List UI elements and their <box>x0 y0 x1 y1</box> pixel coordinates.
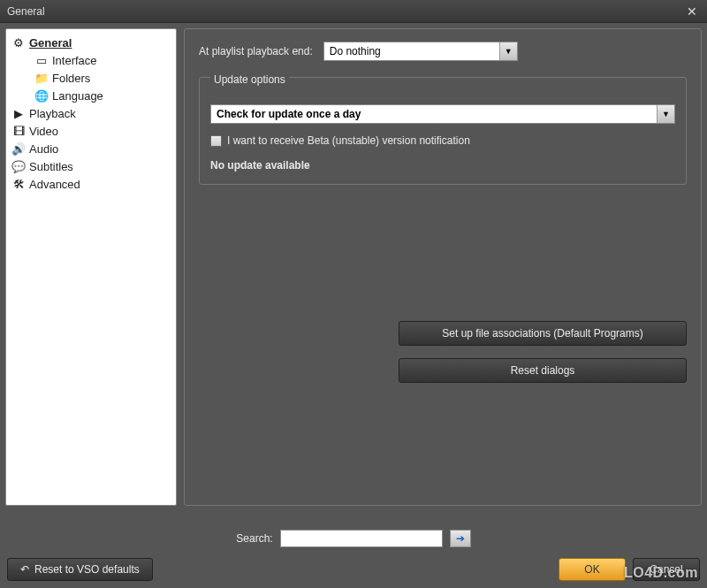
tree-item-general[interactable]: ⚙ General <box>10 34 172 52</box>
tree-label: General <box>29 35 72 51</box>
window-icon: ▭ <box>34 54 49 68</box>
caption-icon: 💬 <box>11 160 26 174</box>
playlist-end-row: At playlist playback end: Do nothing ▼ <box>199 42 687 61</box>
ok-button[interactable]: OK <box>559 558 626 581</box>
beta-label: I want to receive Beta (unstable) versio… <box>227 134 470 147</box>
beta-checkbox-row[interactable]: I want to receive Beta (unstable) versio… <box>210 134 675 147</box>
film-icon: 🎞 <box>11 125 26 139</box>
spacer <box>199 185 687 309</box>
update-status: No update available <box>210 159 675 172</box>
update-frequency-combo[interactable]: Check for update once a day ▼ <box>210 104 675 124</box>
category-tree: ⚙ General ▭ Interface 📁 Folders 🌐 Langua… <box>5 28 177 506</box>
dialog-body: ⚙ General ▭ Interface 📁 Folders 🌐 Langua… <box>0 23 707 521</box>
dialog-footer: ↶ Reset to VSO defaults OK Cancel <box>0 554 707 588</box>
tree-label: Interface <box>52 53 97 69</box>
playlist-end-combo[interactable]: Do nothing ▼ <box>323 42 518 61</box>
settings-window: General ✕ ⚙ General ▭ Interface 📁 Folder… <box>0 0 707 588</box>
tree-item-subtitles[interactable]: 💬 Subtitles <box>10 158 172 176</box>
tree-item-interface[interactable]: ▭ Interface <box>10 52 172 70</box>
tree-label: Audio <box>29 141 58 157</box>
combo-value: Do nothing <box>324 45 499 57</box>
search-bar: Search: ➔ <box>0 521 707 554</box>
update-options-legend: Update options <box>210 73 289 86</box>
undo-icon: ↶ <box>20 563 29 576</box>
settings-panel: At playlist playback end: Do nothing ▼ U… <box>184 28 702 506</box>
window-title: General <box>7 5 45 18</box>
playlist-end-label: At playlist playback end: <box>199 45 313 57</box>
tree-item-folders[interactable]: 📁 Folders <box>10 70 172 88</box>
tree-item-playback[interactable]: ▶ Playback <box>10 105 172 123</box>
speaker-icon: 🔊 <box>11 142 26 157</box>
chevron-down-icon: ▼ <box>499 42 517 60</box>
tree-item-video[interactable]: 🎞 Video <box>10 123 172 141</box>
reset-defaults-button[interactable]: ↶ Reset to VSO defaults <box>7 558 153 581</box>
play-icon: ▶ <box>11 107 26 121</box>
update-options-group: Update options Check for update once a d… <box>199 77 687 185</box>
checkbox-icon[interactable] <box>210 135 222 147</box>
search-label: Search: <box>236 532 272 545</box>
search-input[interactable] <box>280 530 443 547</box>
reset-dialogs-button[interactable]: Reset dialogs <box>399 358 687 383</box>
tree-label: Advanced <box>29 177 80 193</box>
tools-icon: 🛠 <box>11 178 26 192</box>
tree-label: Video <box>29 124 58 140</box>
search-go-button[interactable]: ➔ <box>450 530 471 547</box>
combo-value: Check for update once a day <box>211 108 657 120</box>
tree-label: Playback <box>29 106 76 122</box>
tree-item-language[interactable]: 🌐 Language <box>10 88 172 105</box>
folder-icon: 📁 <box>34 72 49 86</box>
chevron-down-icon: ▼ <box>657 105 674 123</box>
reset-label: Reset to VSO defaults <box>34 563 140 576</box>
tree-label: Subtitles <box>29 159 73 175</box>
titlebar: General ✕ <box>0 0 707 23</box>
arrow-right-icon: ➔ <box>456 532 465 545</box>
file-associations-button[interactable]: Set up file associations (Default Progra… <box>399 321 687 346</box>
cancel-button[interactable]: Cancel <box>633 558 700 581</box>
gear-icon: ⚙ <box>11 36 26 50</box>
tree-label: Folders <box>52 71 90 87</box>
tree-item-audio[interactable]: 🔊 Audio <box>10 141 172 158</box>
close-icon[interactable]: ✕ <box>684 4 700 19</box>
globe-icon: 🌐 <box>34 89 49 103</box>
tree-item-advanced[interactable]: 🛠 Advanced <box>10 176 172 194</box>
tree-label: Language <box>52 88 103 104</box>
